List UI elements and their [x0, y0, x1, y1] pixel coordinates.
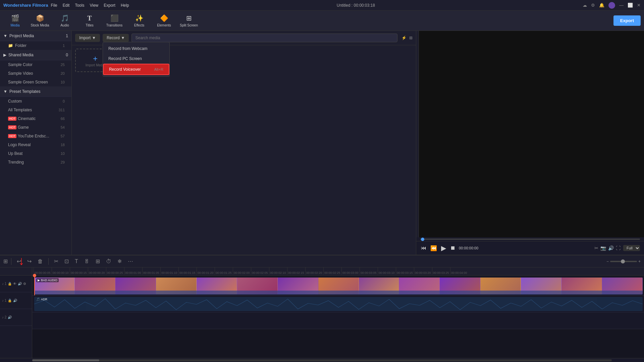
menu-tools[interactable]: Tools [75, 3, 84, 8]
avatar[interactable] [608, 2, 615, 9]
playhead[interactable] [34, 276, 35, 295]
dropdown-item-webcam[interactable]: Record from Webcam [103, 44, 169, 54]
tool-effects[interactable]: ✨ Effects [127, 11, 151, 30]
maximize-icon[interactable]: ⬜ [628, 3, 633, 8]
zoom-bar[interactable] [610, 261, 637, 262]
crop-icon[interactable]: ✂ [594, 245, 598, 251]
sidebar-item-all-templates[interactable]: All Templates 311 [0, 106, 71, 114]
track-lock-icon[interactable]: 🔒 [8, 282, 12, 286]
frame-back-button[interactable]: ⏪ [430, 244, 438, 252]
ruler-tick-20: 00:00:03:15 [396, 267, 414, 275]
sidebar-item-custom[interactable]: Custom 0 [0, 97, 71, 106]
volume-icon[interactable]: 🔊 [608, 245, 614, 251]
sidebar-item-trending[interactable]: Trending 29 [0, 158, 71, 167]
sidebar-sample-green-screen-label: Sample Green Screen [8, 80, 48, 84]
tool-transitions[interactable]: ⬛ Transitions [103, 11, 126, 30]
track-vis-icon[interactable]: 👁 [13, 282, 16, 286]
audio-clip-adr[interactable]: 🎵 ADR [34, 297, 643, 311]
tool-split-screen[interactable]: ⊞ Split Screen [177, 11, 201, 30]
sidebar-item-youtube-endscreen[interactable]: HOT YouTube Endsc... 57 [0, 132, 71, 140]
filter-icon[interactable]: ⚡ [401, 36, 407, 40]
seekbar-thumb[interactable] [421, 238, 424, 241]
hot-badge-cinematic: HOT [8, 117, 16, 121]
cloud-icon[interactable]: ☁ [583, 3, 587, 8]
track-mute-icon-a2[interactable]: 🔊 [8, 315, 12, 319]
dropdown-item-voiceover[interactable]: Record Voiceover Alt+R [103, 64, 169, 75]
cut-button[interactable]: ✂ [52, 257, 60, 265]
menu-view[interactable]: View [90, 3, 98, 8]
import-media-item[interactable]: + Import Media [75, 49, 115, 251]
track-settings-icon[interactable]: ⚙ [23, 282, 26, 286]
track-mute-icon-a1[interactable]: 🔊 [13, 299, 17, 302]
audio-adjust-button[interactable]: 🎚 [82, 257, 92, 265]
tool-titles[interactable]: T Titles [78, 11, 101, 30]
fullscreen-icon[interactable]: ⛶ [616, 245, 621, 251]
track-mute-icon[interactable]: 🔊 [18, 282, 22, 286]
menu-export[interactable]: Export [104, 3, 115, 8]
undo-button[interactable]: ↩ [15, 257, 23, 265]
skip-back-button[interactable]: ⏮ [420, 244, 427, 252]
track-number-a1: ♪ 1 [2, 299, 6, 302]
video-clip-label: ▶ BAD AUDIO [36, 278, 59, 282]
timeline-toolbar: ⊞ ↩ ↪ ↓ 🗑 ✂ ⊡ T 🎚 ⊞ ⏱ ❄ ⋯ − + [0, 255, 644, 267]
app-logo: Wondershare Filmora [3, 3, 48, 8]
sidebar-item-sample-video[interactable]: Sample Video 20 [0, 69, 71, 78]
close-icon[interactable]: ✕ [637, 3, 641, 8]
scrollbar-track[interactable] [32, 359, 612, 361]
stop-button[interactable]: ⏹ [449, 244, 456, 252]
titles-icon: T [87, 14, 92, 22]
sidebar: ▼ Project Media 1 📁 Folder 1 ▶ Shared Me… [0, 31, 72, 255]
play-button[interactable]: ▶ [440, 243, 447, 253]
zoom-in-icon[interactable]: + [638, 259, 641, 264]
redo-button[interactable]: ↪ ↓ [25, 257, 34, 265]
import-button[interactable]: Import ▼ [75, 34, 100, 42]
sidebar-item-sample-color[interactable]: Sample Color 25 [0, 60, 71, 69]
sidebar-header-preset-templates[interactable]: ▼ Preset Templates [0, 86, 71, 97]
record-button[interactable]: Record ▼ [103, 34, 129, 42]
sidebar-header-project-media[interactable]: ▼ Project Media 1 [0, 31, 71, 41]
snapshot-icon[interactable]: 📷 [600, 245, 606, 251]
plus-icon: + [93, 54, 98, 63]
sidebar-item-game[interactable]: HOT Game 54 [0, 123, 71, 132]
sidebar-sample-color-count: 25 [61, 63, 65, 67]
more-button[interactable]: ⋯ [126, 257, 135, 265]
audio-track-1-row: 🎵 ADR [32, 296, 644, 312]
dropdown-item-pc-screen[interactable]: Record PC Screen [103, 54, 169, 64]
freeze-button[interactable]: ❄ [115, 257, 124, 265]
sidebar-item-cinematic[interactable]: HOT Cinematic 66 [0, 114, 71, 123]
sidebar-item-logo-reveal[interactable]: Logo Reveal 18 [0, 140, 71, 149]
menu-help[interactable]: Help [121, 3, 129, 8]
media-item-bad-audio[interactable]: BAD AUDIO [119, 49, 159, 251]
notification-icon[interactable]: 🔔 [599, 3, 604, 8]
main-area: ▼ Project Media 1 📁 Folder 1 ▶ Shared Me… [0, 31, 644, 255]
track-lock-icon-a1[interactable]: 🔒 [8, 299, 12, 302]
tool-media[interactable]: 🎬 Media [3, 11, 27, 30]
sidebar-header-shared-media[interactable]: ▶ Shared Media 0 [0, 50, 71, 60]
crop-button[interactable]: ⊡ [62, 257, 71, 265]
sidebar-item-sample-green-screen[interactable]: Sample Green Screen 10 [0, 78, 71, 86]
sidebar-preset-templates-label: Preset Templates [9, 89, 41, 94]
tool-elements[interactable]: 🔶 Elements [152, 11, 176, 30]
resize-handle[interactable] [416, 31, 419, 237]
scrollbar-thumb[interactable] [32, 359, 99, 361]
split-button[interactable]: ⊞ [94, 257, 102, 265]
quality-select[interactable]: Full [623, 245, 640, 251]
sidebar-item-up-beat[interactable]: Up Beat 10 [0, 149, 71, 158]
tool-stock-media[interactable]: 📦 Stock Media [28, 11, 52, 30]
menu-edit[interactable]: Edit [63, 3, 70, 8]
search-input[interactable] [131, 34, 397, 42]
menu-file[interactable]: File [51, 3, 57, 8]
tool-audio[interactable]: 🎵 Audio [53, 11, 76, 30]
speed-button[interactable]: ⏱ [104, 257, 113, 265]
sidebar-item-folder[interactable]: 📁 Folder 1 [0, 41, 71, 50]
zoom-knob[interactable] [621, 259, 625, 263]
settings-icon[interactable]: ⚙ [591, 3, 595, 8]
delete-button[interactable]: 🗑 [36, 257, 45, 265]
text-button[interactable]: T [73, 257, 80, 265]
zoom-out-icon[interactable]: − [606, 259, 609, 264]
layout-icon[interactable]: ⊞ [3, 258, 8, 264]
preview-seekbar[interactable] [420, 239, 640, 240]
minimize-icon[interactable]: — [619, 3, 624, 8]
grid-view-icon[interactable]: ⊞ [409, 36, 413, 40]
export-button[interactable]: Export [613, 15, 641, 26]
